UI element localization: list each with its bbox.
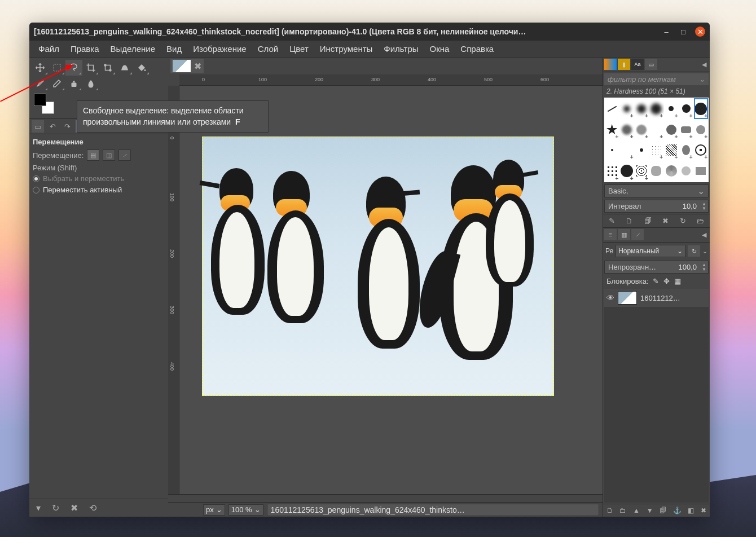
duplicate-layer-icon[interactable]: 🗐 (660, 507, 666, 514)
delete-brush-icon[interactable]: ✖ (662, 217, 669, 225)
unit-select[interactable]: px⌄ (203, 504, 225, 516)
brush-item[interactable]: + (664, 98, 678, 119)
brush-item[interactable]: + (635, 120, 649, 139)
tab-history[interactable]: ▭ (645, 59, 657, 70)
raise-layer-icon[interactable]: ▲ (633, 507, 640, 514)
menu-help[interactable]: Справка (456, 42, 498, 56)
bucket-tool[interactable] (133, 60, 150, 76)
lower-layer-icon[interactable]: ▼ (647, 507, 653, 514)
layer-visibility-icon[interactable]: 👁 (606, 293, 614, 302)
ruler-horizontal[interactable]: 0 100 200 300 400 500 600 (179, 74, 603, 86)
menu-view[interactable]: Вид (162, 42, 186, 56)
canvas-background[interactable] (179, 86, 603, 494)
titlebar[interactable]: [160112125613_penguins_walking_624x460_t… (29, 23, 710, 41)
crop-tool[interactable] (82, 60, 99, 76)
zoom-select[interactable]: 100 %⌄ (228, 504, 263, 516)
lock-pixels-icon[interactable]: ✎ (653, 277, 659, 285)
tab-channels[interactable]: ▥ (618, 229, 630, 240)
layer-mode-select[interactable]: Нормальный⌄ (616, 245, 685, 257)
brush-item[interactable]: + (694, 120, 708, 139)
brush-item[interactable]: + (619, 120, 634, 139)
move-selection-icon[interactable]: ◫ (103, 149, 115, 161)
dock-menu-arrow[interactable]: ◀ (700, 59, 709, 71)
brush-item[interactable]: + (605, 161, 619, 182)
brush-item[interactable] (679, 161, 693, 182)
move-path-icon[interactable]: ⟋ (118, 149, 131, 161)
opacity-field[interactable]: Непрозрачн… 100,0 ▲▼ (604, 261, 709, 274)
close-button[interactable]: ✕ (695, 27, 705, 37)
scrollbar-h[interactable] (168, 494, 603, 502)
brush-item[interactable]: + (635, 98, 649, 119)
tab-device-status[interactable]: ↶ (46, 120, 59, 133)
minimize-button[interactable]: – (661, 27, 671, 37)
dock2-menu-arrow[interactable]: ◀ (700, 229, 709, 241)
menu-color[interactable]: Цвет (285, 42, 313, 56)
brush-item[interactable] (664, 161, 678, 182)
brush-item[interactable]: + (664, 140, 678, 160)
layer-mode-switch[interactable]: ↻ (688, 245, 700, 257)
image-tab-close[interactable]: ✖ (194, 61, 201, 72)
smudge-tool[interactable] (82, 76, 99, 91)
brush-item[interactable]: + (635, 161, 649, 182)
mask-layer-icon[interactable]: ◧ (688, 507, 694, 514)
layer-group-icon[interactable]: 🗀 (619, 507, 626, 514)
brush-item[interactable]: + (619, 140, 634, 160)
lock-alpha-icon[interactable]: ▦ (674, 277, 681, 285)
menu-filters[interactable]: Фильтры (379, 42, 423, 56)
save-preset-icon[interactable]: ▾ (36, 503, 41, 513)
menu-windows[interactable]: Окна (425, 42, 454, 56)
brush-item[interactable]: + (664, 120, 678, 139)
brush-item[interactable]: + (649, 120, 663, 139)
image-tab[interactable]: ✖ (170, 59, 204, 73)
delete-layer-icon[interactable]: ✖ (701, 507, 706, 514)
tab-brushes[interactable] (604, 59, 617, 70)
refresh-brush-icon[interactable]: ↻ (680, 217, 686, 225)
brush-preset-select[interactable]: Basic,⌄ (604, 184, 709, 197)
tab-undo-history[interactable]: ↷ (61, 120, 73, 133)
move-layer-icon[interactable]: ▤ (87, 149, 99, 161)
brush-item-selected[interactable]: + (694, 98, 708, 119)
interval-field[interactable]: Интервал 10,0 ▲▼ (604, 200, 709, 213)
brush-item[interactable] (605, 140, 619, 160)
radio-pick[interactable] (33, 175, 39, 182)
delete-preset-icon[interactable]: ✖ (71, 503, 78, 513)
brush-item[interactable]: + (679, 140, 693, 160)
merge-layer-icon[interactable]: ⚓ (673, 507, 682, 514)
open-brush-icon[interactable]: 🗁 (697, 217, 704, 225)
new-brush-icon[interactable]: 🗋 (626, 217, 633, 225)
tab-fonts[interactable]: Aa (631, 59, 644, 70)
brush-item[interactable]: + (649, 98, 663, 119)
brush-item[interactable]: + (619, 161, 634, 182)
brush-item[interactable]: + (649, 140, 663, 160)
new-layer-icon[interactable]: 🗋 (606, 507, 613, 514)
duplicate-brush-icon[interactable]: 🗐 (644, 217, 652, 225)
maximize-button[interactable]: □ (678, 27, 688, 37)
layer-name[interactable]: 16011212… (640, 294, 680, 302)
brush-item[interactable]: + (605, 120, 619, 139)
tab-paths[interactable]: ⟋ (631, 229, 644, 240)
reset-preset-icon[interactable]: ⟲ (89, 503, 96, 513)
tab-patterns[interactable]: ▮ (618, 59, 630, 70)
brush-item[interactable] (694, 161, 708, 182)
layer-row[interactable]: 👁 16011212… (604, 289, 709, 307)
warp-tool[interactable] (116, 60, 133, 76)
edit-brush-icon[interactable]: ✎ (609, 217, 615, 225)
brush-item[interactable]: + (619, 98, 634, 119)
lock-position-icon[interactable]: ✥ (663, 277, 670, 285)
canvas-image[interactable] (202, 137, 554, 396)
brush-item[interactable]: + (679, 98, 693, 119)
tag-filter[interactable]: фильтр по меткам⌄ (604, 73, 709, 85)
restore-preset-icon[interactable]: ↻ (52, 503, 59, 513)
menu-select[interactable]: Выделение (106, 42, 160, 56)
brush-item[interactable]: + (694, 140, 708, 160)
tab-tool-options[interactable]: ▭ (32, 120, 44, 133)
menu-image[interactable]: Изображение (188, 42, 251, 56)
radio-active[interactable] (33, 187, 39, 193)
brush-item[interactable] (635, 140, 649, 160)
transform-tool[interactable] (99, 60, 116, 76)
tab-layers[interactable]: ≡ (604, 229, 617, 240)
brush-item[interactable] (649, 161, 663, 182)
menu-tools[interactable]: Инструменты (315, 42, 377, 56)
brush-item[interactable]: + (679, 120, 693, 139)
menu-layer[interactable]: Слой (253, 42, 283, 56)
